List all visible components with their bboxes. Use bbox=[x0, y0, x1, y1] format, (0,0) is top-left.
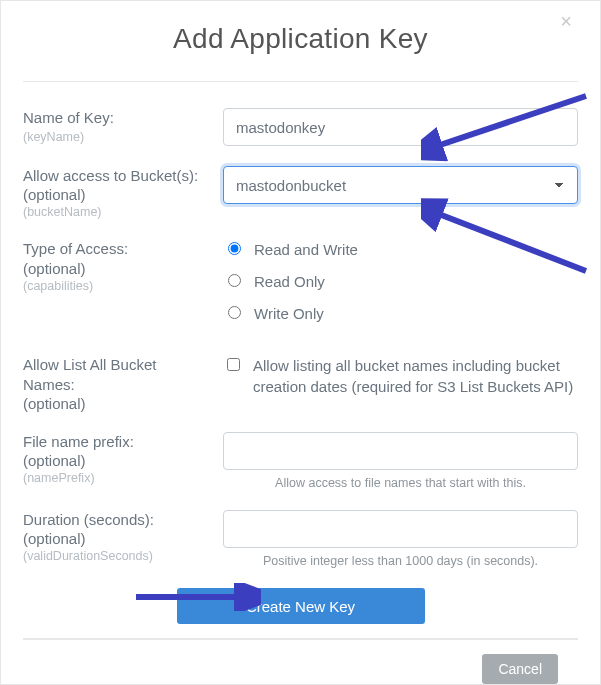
form-body: Name of Key: (keyName) Allow access to B… bbox=[23, 82, 578, 624]
label-duration-tech: (validDurationSeconds) bbox=[23, 549, 211, 563]
row-prefix: File name prefix: (optional) (namePrefix… bbox=[23, 432, 578, 490]
label-prefix-opt: (optional) bbox=[23, 452, 211, 469]
label-prefix: File name prefix: bbox=[23, 432, 211, 452]
label-prefix-tech: (namePrefix) bbox=[23, 471, 211, 485]
bucket-select[interactable]: mastodonbucket bbox=[223, 166, 578, 204]
close-icon[interactable]: × bbox=[560, 11, 572, 31]
create-new-key-button[interactable]: Create New Key bbox=[177, 588, 425, 624]
modal-header: × Add Application Key bbox=[23, 15, 578, 81]
label-duration-opt: (optional) bbox=[23, 530, 211, 547]
label-access-tech: (capabilities) bbox=[23, 279, 211, 293]
radio-read-write-input[interactable] bbox=[228, 242, 241, 255]
checkbox-list-all-label: Allow listing all bucket names including… bbox=[253, 355, 578, 399]
label-access: Type of Access: bbox=[23, 239, 211, 259]
label-bucket-tech: (bucketName) bbox=[23, 205, 211, 219]
cancel-button[interactable]: Cancel bbox=[482, 654, 558, 684]
radio-read-write-label: Read and Write bbox=[254, 239, 358, 261]
label-key-name: Name of Key: bbox=[23, 108, 211, 128]
row-bucket: Allow access to Bucket(s): (optional) (b… bbox=[23, 166, 578, 219]
radio-read-only-input[interactable] bbox=[228, 274, 241, 287]
add-application-key-modal: × Add Application Key Name of Key: (keyN… bbox=[1, 1, 600, 685]
radio-write-only-input[interactable] bbox=[228, 306, 241, 319]
modal-footer: Cancel bbox=[23, 639, 578, 685]
radio-write-only[interactable]: Write Only bbox=[223, 303, 578, 325]
row-duration: Duration (seconds): (optional) (validDur… bbox=[23, 510, 578, 568]
radio-read-write[interactable]: Read and Write bbox=[223, 239, 578, 261]
label-key-name-tech: (keyName) bbox=[23, 130, 211, 144]
label-list-all: Allow List All Bucket Names: bbox=[23, 355, 211, 396]
checkbox-list-all-input[interactable] bbox=[227, 358, 240, 371]
radio-write-only-label: Write Only bbox=[254, 303, 324, 325]
row-list-all: Allow List All Bucket Names: (optional) … bbox=[23, 355, 578, 413]
label-access-opt: (optional) bbox=[23, 260, 211, 277]
duration-hint: Positive integer less than 1000 days (in… bbox=[223, 554, 578, 568]
prefix-input[interactable] bbox=[223, 432, 578, 470]
label-duration: Duration (seconds): bbox=[23, 510, 211, 530]
radio-read-only[interactable]: Read Only bbox=[223, 271, 578, 293]
row-key-name: Name of Key: (keyName) bbox=[23, 108, 578, 146]
key-name-input[interactable] bbox=[223, 108, 578, 146]
duration-input[interactable] bbox=[223, 510, 578, 548]
label-bucket: Allow access to Bucket(s): bbox=[23, 166, 211, 186]
row-access-type: Type of Access: (optional) (capabilities… bbox=[23, 239, 578, 334]
modal-title: Add Application Key bbox=[23, 23, 578, 55]
label-list-all-opt: (optional) bbox=[23, 395, 211, 412]
label-bucket-opt: (optional) bbox=[23, 186, 211, 203]
checkbox-list-all[interactable]: Allow listing all bucket names including… bbox=[223, 355, 578, 399]
radio-read-only-label: Read Only bbox=[254, 271, 325, 293]
prefix-hint: Allow access to file names that start wi… bbox=[223, 476, 578, 490]
